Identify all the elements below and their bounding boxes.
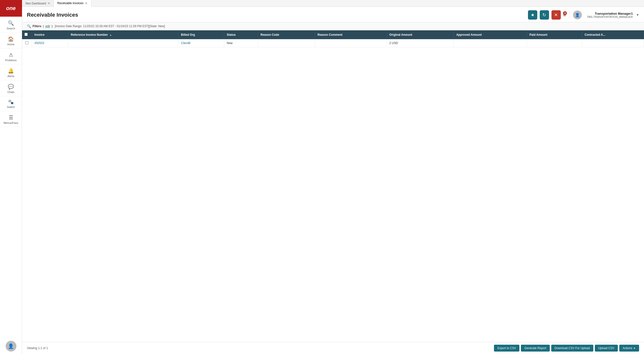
actions-caret-icon: ▼ <box>633 347 636 350</box>
table-body: 450503 ClientB New 2 USD <box>22 39 644 47</box>
switch-icon <box>8 100 14 104</box>
col-header-invoice: Invoice <box>32 30 68 39</box>
col-header-original-amount: Original Amount <box>387 30 454 39</box>
user-dropdown-icon[interactable]: ▼ <box>636 13 639 17</box>
row-invoice-0: 450503 <box>32 39 68 47</box>
row-original-amount-0: 2 USD <box>387 39 454 47</box>
col-header-approved-amount: Approved Amount <box>454 30 527 39</box>
divider <box>569 10 570 19</box>
filter-text: [Invoice Date Range: 11/25/22 10:28 AM E… <box>55 24 165 28</box>
sidebar-label-problems: Problems <box>5 59 16 62</box>
sidebar-item-home[interactable]: 🏠 Home <box>0 32 22 48</box>
filters-label: Filters <box>32 24 41 28</box>
tab-receivable-invoices[interactable]: Receivable Invoices ✕ <box>54 0 91 7</box>
sidebar-item-alerts[interactable]: 🔔 Alerts <box>0 64 22 80</box>
select-all-checkbox[interactable] <box>24 33 28 36</box>
sidebar-label-search: Search <box>6 27 15 30</box>
logo-text: one <box>6 5 16 12</box>
chat-icon: 💬 <box>8 84 14 90</box>
sidebar-label-alerts: Alerts <box>7 75 14 78</box>
bell-icon: 🔔 <box>8 68 14 74</box>
notification-badge: ★ <box>563 11 567 15</box>
header-right: ★ ↻ ✕ ≡ ★ 👤 Transportation Manager1 <box>528 10 639 20</box>
col-header-status: Status <box>224 30 258 39</box>
row-approved-amount-0 <box>454 39 527 47</box>
tab-label-neo-dashboard: Neo Dashboard <box>26 2 46 5</box>
home-icon: 🏠 <box>8 36 14 42</box>
tab-close-receivable-invoices[interactable]: ✕ <box>85 2 88 5</box>
viewing-count: Viewing 1-1 of 1 <box>27 346 48 350</box>
sort-indicator-ref: ▲ <box>110 34 112 36</box>
upload-csv-button[interactable]: Upload CSV <box>595 345 618 352</box>
row-reason-comment-0 <box>315 39 387 47</box>
col-header-reason-code: Reason Code <box>258 30 315 39</box>
refresh-icon: ↻ <box>542 12 546 18</box>
filter-bar: 🔍 Filters ( edit ): [Invoice Date Range:… <box>22 22 644 30</box>
search-icon: 🔍 <box>8 20 14 26</box>
table-wrapper[interactable]: Invoice Reference Invoice Number ▲ Bille… <box>22 30 644 342</box>
sidebar-label-menus-favs: Menus/Favs <box>4 122 18 124</box>
col-header-reason-comment: Reason Comment <box>315 30 387 39</box>
row-billed-org-0: ClientB <box>178 39 224 47</box>
col-header-contracted: Contracted A... <box>582 30 644 39</box>
row-contracted-0 <box>582 39 644 47</box>
tab-neo-dashboard[interactable]: Neo Dashboard ✕ <box>22 0 54 6</box>
row-checkbox-0[interactable] <box>25 41 28 44</box>
col-header-ref-invoice: Reference Invoice Number ▲ <box>68 30 178 39</box>
tab-label-receivable-invoices: Receivable Invoices <box>57 2 84 5</box>
user-name: Transportation Manager1 <box>587 12 633 16</box>
sidebar: one 🔍 Search 🏠 Home ⚠ Problems 🔔 Alerts … <box>0 0 22 354</box>
row-ref-0 <box>68 39 178 47</box>
filter-edit-link[interactable]: edit <box>45 24 50 28</box>
warning-icon: ⚠ <box>9 52 13 58</box>
favorite-button[interactable]: ★ <box>528 10 537 20</box>
col-header-paid-amount: Paid Amount <box>527 30 582 39</box>
user-role: TMS.TRANSPORTATION_MANAGER <box>587 16 633 18</box>
user-avatar-sidebar[interactable]: 👤 <box>6 341 16 352</box>
generate-report-button[interactable]: Generate Report <box>521 345 550 352</box>
actions-button[interactable]: Actions ▼ <box>619 345 639 352</box>
avatar-person-icon: 👤 <box>575 13 580 18</box>
sidebar-label-switch: Switch <box>7 106 15 108</box>
sidebar-item-chats[interactable]: 💬 Chats <box>0 80 22 96</box>
main-area: Neo Dashboard ✕ Receivable Invoices ✕ Re… <box>22 0 644 354</box>
col-header-billed-org: Billed Org <box>178 30 224 39</box>
close-icon: ✕ <box>554 12 558 18</box>
user-avatar-header: 👤 <box>573 10 582 19</box>
notification-button[interactable]: ≡ ★ <box>563 12 566 18</box>
download-csv-upload-button[interactable]: Download CSV For Upload <box>551 345 593 352</box>
app-logo[interactable]: one <box>0 0 22 17</box>
content-area: Receivable Invoices ★ ↻ ✕ ≡ ★ 👤 <box>22 7 644 354</box>
sidebar-item-problems[interactable]: ⚠ Problems <box>0 48 22 64</box>
sidebar-item-search[interactable]: 🔍 Search <box>0 17 22 32</box>
sidebar-label-chats: Chats <box>7 90 14 94</box>
tab-close-neo-dashboard[interactable]: ✕ <box>48 2 50 5</box>
invoice-link-0[interactable]: 450503 <box>34 41 44 45</box>
content-header: Receivable Invoices ★ ↻ ✕ ≡ ★ 👤 <box>22 7 644 22</box>
close-button[interactable]: ✕ <box>552 10 561 20</box>
filter-search-icon: 🔍 <box>27 24 31 28</box>
billed-org-link-0[interactable]: ClientB <box>181 41 190 45</box>
sidebar-bottom: 👤 <box>6 341 16 354</box>
row-status-0: New <box>224 39 258 47</box>
filter-paren-close: ): <box>52 24 53 28</box>
invoices-table: Invoice Reference Invoice Number ▲ Bille… <box>22 30 644 47</box>
star-icon: ★ <box>531 12 534 18</box>
row-checkbox-cell <box>22 39 32 47</box>
filter-paren-open: ( <box>43 24 44 28</box>
avatar-icon: 👤 <box>8 343 14 349</box>
table-header-row: Invoice Reference Invoice Number ▲ Bille… <box>22 30 644 39</box>
sidebar-item-menus-favs[interactable]: ☰ Menus/Favs <box>0 111 22 127</box>
svg-rect-0 <box>9 100 11 102</box>
row-paid-amount-0 <box>527 39 582 47</box>
export-csv-button[interactable]: Export to CSV <box>494 345 520 352</box>
bottom-actions: Export to CSV Generate Report Download C… <box>494 345 639 352</box>
bottom-bar: Viewing 1-1 of 1 Export to CSV Generate … <box>22 342 644 354</box>
menu-icon: ☰ <box>9 114 13 120</box>
refresh-button[interactable]: ↻ <box>540 10 549 20</box>
row-reason-code-0 <box>258 39 315 47</box>
svg-rect-1 <box>11 102 13 104</box>
sidebar-item-switch[interactable]: Switch <box>0 96 22 111</box>
tab-bar: Neo Dashboard ✕ Receivable Invoices ✕ <box>22 0 644 7</box>
sidebar-label-home: Home <box>7 43 14 46</box>
